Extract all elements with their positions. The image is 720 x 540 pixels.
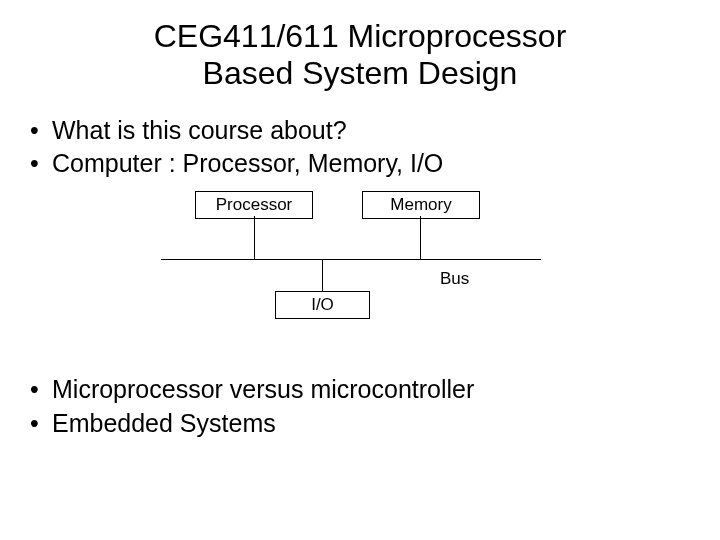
bullet-list-bottom: Microprocessor versus microcontroller Em… — [0, 373, 720, 441]
connector-line — [322, 259, 323, 291]
io-box: I/O — [275, 291, 370, 319]
title-line-2: Based System Design — [203, 55, 518, 91]
bus-line — [161, 259, 541, 260]
bullet-item: Computer : Processor, Memory, I/O — [30, 147, 720, 181]
connector-line — [254, 216, 255, 259]
bus-label: Bus — [440, 269, 469, 289]
page-title: CEG411/611 Microprocessor Based System D… — [0, 0, 720, 92]
connector-line — [420, 216, 421, 259]
bus-diagram: Processor Memory Bus I/O — [0, 191, 720, 351]
title-line-1: CEG411/611 Microprocessor — [154, 18, 567, 54]
bullet-item: Microprocessor versus microcontroller — [30, 373, 720, 407]
bullet-item: What is this course about? — [30, 114, 720, 148]
bullet-item: Embedded Systems — [30, 407, 720, 441]
memory-box: Memory — [362, 191, 480, 219]
processor-box: Processor — [195, 191, 313, 219]
bullet-list-top: What is this course about? Computer : Pr… — [0, 114, 720, 182]
